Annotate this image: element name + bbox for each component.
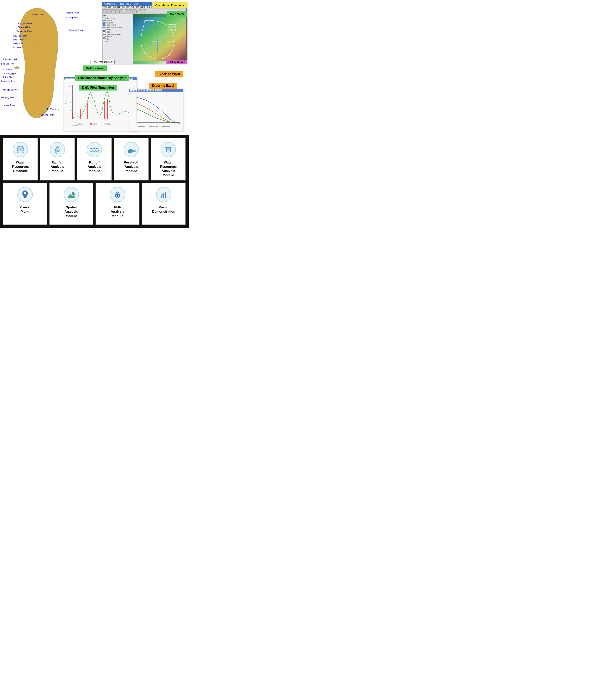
svg-rect-55 bbox=[166, 148, 167, 152]
toolbar-btn-6[interactable] bbox=[125, 9, 128, 13]
layer-item-3[interactable]: 潮位站位置圖 bbox=[103, 22, 132, 24]
qgis-layers-panel: 圖層 傳導水文站_加水... 用電位置圖 潮位站位置圖 河川水位站位置圖 bbox=[102, 14, 133, 64]
menu-edit[interactable]: 編輯 bbox=[108, 6, 111, 8]
layer-check-11[interactable] bbox=[103, 41, 105, 42]
menu-layer[interactable]: 圖層 bbox=[117, 6, 121, 8]
svg-text:紀錄流量 (m³/s): 紀錄流量 (m³/s) bbox=[105, 123, 113, 125]
modules-row-2: Pre-setMenu SpatialAnalysisModule bbox=[3, 182, 186, 225]
layer-check-10[interactable] bbox=[103, 38, 105, 40]
toolbar-btn-7[interactable] bbox=[129, 9, 132, 13]
menu-settings[interactable]: 設定 bbox=[122, 6, 125, 8]
river-label-jishui-river: Jishui River bbox=[3, 76, 14, 78]
daily-flow-badge: Daily Flow Simulation bbox=[79, 85, 117, 91]
layer-item-8[interactable]: 河川網路 (River Networks) bbox=[103, 33, 132, 35]
svg-text:P(11/30/4004): P(11/30/4004) bbox=[167, 41, 176, 42]
module-card-preset[interactable]: Pre-setMenu bbox=[3, 182, 47, 225]
river-label-puzi-river: Puzi River bbox=[3, 68, 12, 71]
svg-rect-56 bbox=[170, 148, 171, 152]
hav-curve-label: H-A-V curve bbox=[86, 67, 104, 70]
layer-item-5[interactable]: 流域邊界 (Basin Boundaries) bbox=[103, 26, 132, 29]
layer-item-4[interactable]: 河川水位站位置圖 bbox=[103, 24, 132, 26]
layer-check-8[interactable] bbox=[103, 34, 105, 35]
main-menu-badge: Main Menu bbox=[167, 11, 187, 17]
svg-text:10-19: 10-19 bbox=[116, 120, 119, 122]
menu-view[interactable]: 檢視 bbox=[112, 6, 116, 8]
menu-project[interactable]: 專案 bbox=[103, 6, 107, 8]
menu-raster[interactable]: 柵格 bbox=[135, 6, 139, 8]
toolbar-btn-5[interactable] bbox=[119, 9, 123, 13]
menu-plugins[interactable]: 插件 bbox=[126, 6, 130, 8]
toolbar-btn-3[interactable] bbox=[111, 9, 115, 13]
chart-tab-freq-4[interactable]: 計算結果 bbox=[155, 89, 162, 92]
module-icon-reservoir bbox=[124, 142, 139, 157]
river-label-tamsui-river: Tamsui River bbox=[31, 14, 44, 16]
menu-database[interactable]: 資料庫 bbox=[140, 6, 145, 8]
river-label-zhonggang-river: Zhonggang River bbox=[16, 30, 32, 32]
toolbar-btn-10[interactable] bbox=[143, 9, 146, 13]
layers-title: 圖層 bbox=[103, 15, 132, 17]
layer-check-6[interactable] bbox=[103, 29, 105, 31]
chart-tab-freq-3[interactable]: H-A-V曲線 bbox=[146, 89, 154, 92]
layer-check-2[interactable] bbox=[103, 20, 105, 21]
module-icon-rainfall bbox=[50, 142, 65, 157]
svg-text:Discharge (m³/s): Discharge (m³/s) bbox=[65, 94, 67, 104]
layer-check-3[interactable] bbox=[103, 22, 105, 24]
exceedance-label: Exceedance Probability Analysis bbox=[78, 76, 126, 79]
layer-item-10[interactable]: 雨量站 bbox=[103, 38, 132, 40]
layer-check-7[interactable] bbox=[103, 31, 105, 33]
svg-rect-53 bbox=[130, 149, 132, 153]
layer-check-9[interactable] bbox=[103, 36, 105, 38]
top-section: Tamsui RiverKeelung RiverShuang RiverFen… bbox=[0, 0, 189, 135]
svg-point-29 bbox=[90, 92, 91, 93]
module-label-preset: Pre-setMenu bbox=[20, 205, 31, 214]
layer-item-6[interactable]: 節點格網 bbox=[103, 29, 132, 31]
layer-item-1[interactable]: 傳導水文站_加水... bbox=[103, 17, 132, 20]
layer-check-1[interactable] bbox=[103, 18, 105, 19]
module-card-result[interactable]: ResultDemonstration bbox=[142, 182, 186, 225]
svg-text:P(11/30/4002): P(11/30/4002) bbox=[167, 26, 176, 28]
toolbar-btn-4[interactable] bbox=[116, 9, 119, 13]
qgis-body: 圖層 傳導水文站_加水... 用電位置圖 潮位站位置圖 河川水位站位置圖 bbox=[102, 14, 186, 64]
export-excel-badge[interactable]: Export to Excel bbox=[149, 83, 177, 89]
chart-tab-freq-2[interactable]: 超越機率 bbox=[138, 89, 145, 92]
svg-rect-54 bbox=[166, 147, 171, 148]
svg-rect-24 bbox=[80, 109, 81, 119]
layer-management-badge: Layer management bbox=[91, 60, 115, 64]
menu-vector[interactable]: 向量 bbox=[131, 6, 134, 8]
toolbar-btn-2[interactable] bbox=[107, 9, 111, 13]
svg-text:P(11/30/4003): P(11/30/4003) bbox=[167, 29, 176, 31]
svg-rect-23 bbox=[72, 113, 73, 119]
layer-item-2[interactable]: 用電位置圖 bbox=[103, 20, 132, 22]
menu-web[interactable]: 網頁 bbox=[147, 6, 150, 8]
module-icon-spatial bbox=[64, 187, 79, 202]
export-word-badge[interactable]: Export to Word bbox=[155, 71, 183, 77]
toolbar-btn-9[interactable] bbox=[139, 9, 142, 13]
river-label-beigang-river: Beigang River bbox=[1, 62, 15, 65]
module-card-runoff[interactable]: RunoffAnalysisModule bbox=[77, 138, 112, 181]
module-card-pmf[interactable]: PMFAnalysisModule bbox=[95, 182, 140, 225]
svg-rect-27 bbox=[107, 99, 108, 119]
svg-point-52 bbox=[17, 150, 24, 153]
svg-text:1000: 1000 bbox=[69, 86, 72, 88]
module-card-reservoir[interactable]: ReservoirAnalysisModule bbox=[114, 138, 149, 181]
module-card-rainfall[interactable]: RainfallAnalysisModule bbox=[40, 138, 75, 181]
module-label-pmf: PMFAnalysisModule bbox=[111, 205, 124, 218]
module-card-water-db[interactable]: WaterResourcesDatabase bbox=[3, 138, 38, 181]
module-label-wr-analysis: WaterResourcesAnalysisModule bbox=[160, 160, 177, 177]
river-label-linbian-river: Linbian River bbox=[3, 104, 15, 106]
layer-item-11[interactable]: 水庫 bbox=[103, 40, 132, 43]
layer-check-4[interactable] bbox=[103, 24, 105, 26]
toolbar-btn-1[interactable] bbox=[103, 9, 107, 13]
module-card-spatial[interactable]: SpatialAnalysisModule bbox=[49, 182, 94, 225]
module-label-water-db: WaterResourcesDatabase bbox=[12, 160, 29, 173]
layer-item-9[interactable]: 泰森多邊形 bbox=[103, 35, 132, 38]
module-card-wr-analysis[interactable]: WaterResourcesAnalysisModule bbox=[151, 138, 186, 181]
svg-point-30 bbox=[104, 100, 105, 101]
toolbar-btn-8[interactable] bbox=[133, 9, 136, 13]
layer-item-7[interactable]: 河川源頭 bbox=[103, 31, 132, 33]
chart-tab-freq-1[interactable]: 頻率分析 bbox=[130, 89, 137, 92]
river-label-fengshan-river: Fengshan River bbox=[18, 22, 33, 24]
layer-check-5[interactable] bbox=[103, 27, 105, 28]
frequency-chart: 頻率分析 超越機率 H-A-V曲線 計算結果 Area (m²) Exceeda… bbox=[129, 89, 183, 131]
module-icon-water-db bbox=[13, 142, 28, 157]
